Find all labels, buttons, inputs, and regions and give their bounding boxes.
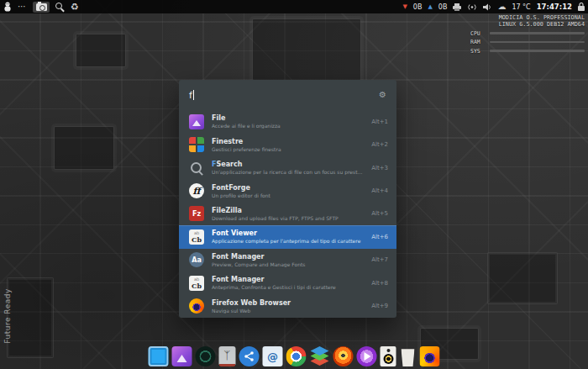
item-title: Finestre — [212, 138, 364, 145]
weather-cloud-icon[interactable]: ☁ — [497, 3, 506, 11]
shortcut-label: Alt+1 — [371, 119, 388, 125]
dock — [149, 346, 440, 366]
launcher-item-file[interactable]: File Accede ai file e li organizza Alt+1 — [179, 110, 396, 133]
sys-bar-row: SYS — [470, 48, 585, 55]
item-title: FontForge — [212, 184, 364, 192]
item-subtitle: Gestisci preferenze finestra — [212, 146, 364, 152]
launcher-item-fontforge[interactable]: FontForge Un profilo editor di font Alt+… — [179, 179, 396, 202]
gear-icon[interactable]: ⚙ — [379, 91, 386, 99]
dock-screen-recorder-icon[interactable] — [196, 346, 216, 366]
cpu-bar-row: CPU — [470, 30, 585, 37]
overflow-menu-icon[interactable]: ⋯ — [18, 3, 27, 11]
layers-middle-shape — [311, 351, 329, 361]
launcher-item-finestre[interactable]: Finestre Gestisci preferenze finestra Al… — [179, 133, 396, 156]
item-subtitle: Download and upload files via FTP, FTPS … — [212, 215, 364, 221]
launcher-results: File Accede ai file e li organizza Alt+1… — [179, 110, 396, 318]
launcher-item-firefox[interactable]: Firefox Web Browser Naviga sul Web Alt+9 — [179, 295, 396, 318]
item-text: FSearch Un'applicazione per la ricerca d… — [212, 161, 364, 175]
launcher-item-filezilla[interactable]: FileZilla Download and upload files via … — [179, 203, 396, 225]
dock-speaker-box-icon[interactable] — [381, 346, 396, 366]
app-launcher: f ⚙ File Accede ai file e li organizza A… — [179, 80, 396, 318]
camera-icon — [36, 3, 47, 11]
item-subtitle: Un'applicazione per la ricerca di file c… — [212, 169, 364, 175]
item-subtitle: Anteprima, Confronta e Gestisci i tipi d… — [212, 284, 364, 290]
cpu-label: CPU — [470, 30, 487, 37]
top-panel: ⋯ ♻ ▼ 0B ▲ 0B ☁ 17 °C 17:47:12 — [0, 0, 588, 13]
dock-usb-drive-icon[interactable] — [219, 346, 236, 366]
launcher-item-fsearch[interactable]: FSearch Un'applicazione per la ricerca d… — [179, 156, 396, 179]
screenshot-button[interactable] — [33, 2, 50, 13]
fontforge-app-icon — [189, 183, 204, 198]
item-title: Font Viewer — [212, 229, 364, 237]
dock-share-icon[interactable] — [239, 346, 260, 366]
launcher-search[interactable]: f ⚙ — [179, 80, 396, 110]
dock-layers-icon[interactable] — [310, 346, 330, 366]
shortcut-label: Alt+5 — [371, 210, 388, 217]
launcher-item-font-manager-1[interactable]: Font Manager Preview, Compare and Manage… — [179, 249, 396, 271]
item-subtitle: Preview, Compare and Manage Fonts — [212, 261, 364, 267]
shortcut-label: Alt+3 — [371, 165, 388, 171]
item-text: FontForge Un profilo editor di font — [212, 184, 364, 198]
sys-bar — [490, 50, 585, 52]
item-text: Font Manager Anteprima, Confronta e Gest… — [212, 276, 364, 290]
printer-icon[interactable] — [453, 3, 461, 11]
dock-firefox-icon[interactable] — [420, 346, 440, 366]
system-monitor-subtitle: LINUX 6.5.000 DEB12 AMD64 — [470, 21, 585, 28]
shortcut-label: Alt+6 — [371, 234, 388, 240]
dock-desktop-icon[interactable] — [149, 346, 169, 366]
circuit-chip — [252, 18, 361, 81]
item-title: FSearch — [212, 161, 364, 168]
dock-media-player-icon[interactable] — [357, 346, 377, 366]
item-subtitle: Naviga sul Web — [212, 308, 364, 314]
network-down-value: 0B — [413, 3, 423, 11]
circuit-chip — [76, 34, 126, 67]
shortcut-label: Alt+2 — [371, 141, 388, 148]
desktop: Future Ready ⋯ ♻ ▼ 0B ▲ 0B ☁ 17 °C 17:47… — [0, 0, 588, 369]
network-down-icon: ▼ — [402, 4, 407, 10]
circuit-chip — [7, 277, 54, 358]
system-monitor: MODICIA O.S. PROFESSIONAL LINUX 6.5.000 … — [470, 14, 585, 55]
item-subtitle: Un profilo editor di font — [212, 192, 364, 198]
item-title: FileZilla — [212, 207, 364, 214]
launcher-item-font-manager-2[interactable]: Font Manager Anteprima, Confronta e Gest… — [179, 271, 396, 294]
dock-mail-icon[interactable] — [263, 346, 283, 366]
shortcut-label: Alt+9 — [371, 303, 388, 309]
dock-chrome-icon[interactable] — [286, 346, 307, 366]
shortcut-label: Alt+4 — [371, 187, 388, 194]
dock-files-icon[interactable] — [172, 346, 192, 366]
item-title: Firefox Web Browser — [212, 299, 364, 307]
launcher-item-font-viewer[interactable]: Font Viewer Applicazione completa per l'… — [179, 225, 396, 248]
font-manager-circle-app-icon — [189, 252, 204, 267]
firefox-app-icon — [189, 298, 204, 314]
dock-xnview-icon[interactable] — [333, 346, 354, 366]
shortcut-label: Alt+7 — [371, 256, 388, 263]
clock-label[interactable]: 17:47:12 — [537, 3, 572, 11]
search-icon[interactable] — [55, 3, 65, 12]
item-title: Font Manager — [212, 276, 364, 283]
circuit-chip — [487, 252, 558, 304]
network-up-value: 0B — [438, 3, 448, 11]
windows-app-icon — [189, 137, 204, 152]
sys-label: SYS — [470, 48, 487, 55]
menu-icon[interactable] — [3, 2, 12, 12]
lock-icon[interactable] — [578, 3, 585, 11]
network-up-icon: ▲ — [428, 4, 432, 10]
item-text: File Accede ai file e li organizza — [212, 114, 364, 129]
text-caret — [193, 90, 194, 100]
files-app-icon — [189, 114, 204, 129]
search-input[interactable]: f — [189, 90, 192, 101]
ram-bar — [490, 41, 585, 44]
wallpaper-watermark: Future Ready — [3, 288, 12, 343]
font-manager-square-app-icon — [189, 276, 204, 291]
volume-icon[interactable] — [483, 3, 491, 11]
system-monitor-title: MODICIA O.S. PROFESSIONAL — [470, 14, 585, 21]
cast-icon[interactable] — [467, 3, 477, 11]
dock-trash-icon[interactable] — [400, 346, 417, 366]
item-text: Font Viewer Applicazione completa per l'… — [212, 229, 364, 244]
panel-left: ⋯ ♻ — [3, 0, 79, 13]
ram-label: RAM — [470, 39, 487, 45]
cpu-bar — [490, 32, 585, 34]
item-text: Firefox Web Browser Naviga sul Web — [212, 299, 364, 314]
share-glyph — [244, 351, 255, 362]
recycle-icon[interactable]: ♻ — [71, 3, 79, 12]
